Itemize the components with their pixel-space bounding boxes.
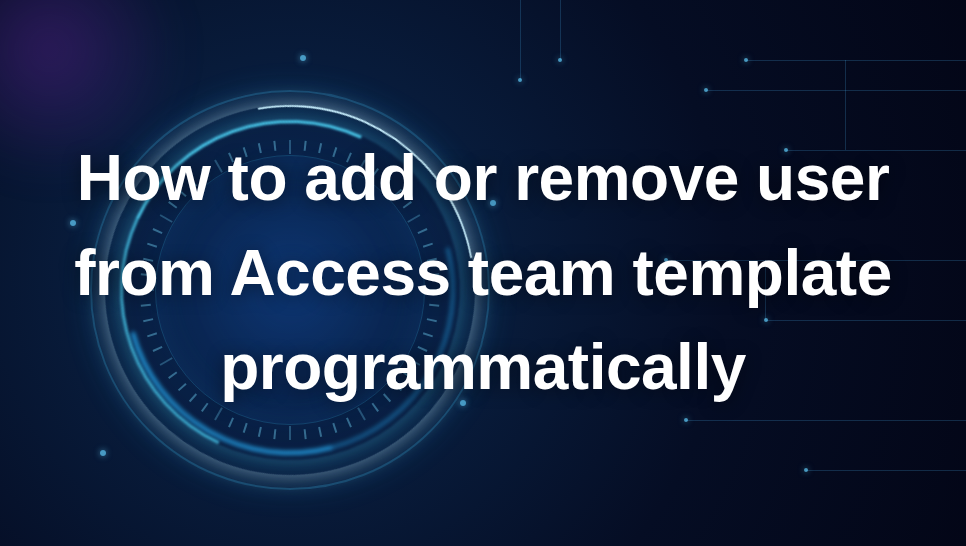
heading-container: How to add or remove user from Access te… xyxy=(0,0,966,546)
page-title: How to add or remove user from Access te… xyxy=(40,131,926,415)
